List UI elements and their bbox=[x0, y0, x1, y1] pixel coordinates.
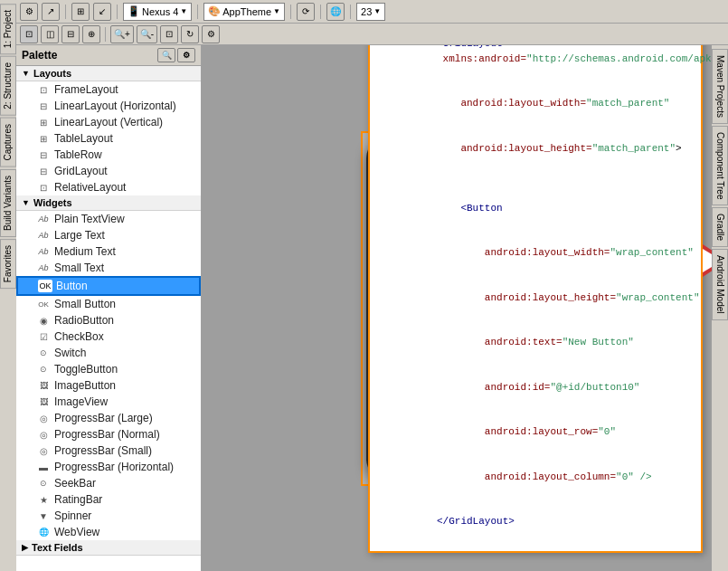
gridlayout-icon: ⊟ bbox=[36, 165, 51, 177]
api-dropdown[interactable]: 23 ▼ bbox=[356, 3, 385, 21]
item-tablelayout[interactable]: ⊞ TableLayout bbox=[16, 130, 201, 147]
item-medium-text-label: Medium Text bbox=[54, 245, 116, 258]
main-toolbar: ⚙ ↗ ⊞ ↙ 📱 Nexus 4 ▼ 🎨 AppTheme ▼ ⟳ 🌐 23 … bbox=[16, 0, 728, 24]
palette-search-btn[interactable]: 🔍 bbox=[157, 48, 175, 62]
item-progressbar-normal[interactable]: ◎ ProgressBar (Normal) bbox=[16, 426, 201, 443]
right-tab-android-model[interactable]: Android Model bbox=[712, 249, 728, 319]
left-tab-structure[interactable]: 2: Structure bbox=[0, 56, 16, 116]
item-plain-textview[interactable]: Ab Plain TextView bbox=[16, 211, 201, 227]
palette-settings-btn[interactable]: ⚙ bbox=[177, 48, 195, 62]
layout-btn[interactable]: ⊞ bbox=[71, 3, 90, 21]
item-linearlayout-h[interactable]: ⊟ LinearLayout (Horizontal) bbox=[16, 98, 201, 114]
item-ratingbar[interactable]: ★ RatingBar bbox=[16, 491, 201, 508]
xml-attr-xmlns: xmlns:android= bbox=[437, 53, 526, 64]
item-small-button[interactable]: OK Small Button bbox=[16, 296, 201, 312]
xml-panel: <?xml version="1.0" encoding="utf-8"?> <… bbox=[368, 45, 703, 553]
left-tab-favorites[interactable]: Favorites bbox=[0, 239, 16, 289]
item-relativelayout-label: RelativeLayout bbox=[54, 181, 126, 194]
item-progressbar-small-label: ProgressBar (Small) bbox=[54, 444, 152, 457]
item-radiobutton[interactable]: ◉ RadioButton bbox=[16, 312, 201, 328]
item-progressbar-horizontal[interactable]: ▬ ProgressBar (Horizontal) bbox=[16, 459, 201, 475]
item-tablerow[interactable]: ⊟ TableRow bbox=[16, 147, 201, 163]
xml-arrow-inner bbox=[703, 249, 712, 272]
rotate-btn[interactable]: ⟳ bbox=[297, 3, 315, 21]
xml-value-layout-row: "0" bbox=[598, 426, 616, 437]
item-linearlayout-v-label: LinearLayout (Vertical) bbox=[54, 116, 163, 128]
xml-gt-1: > bbox=[676, 143, 682, 154]
right-tab-maven[interactable]: Maven Projects bbox=[712, 49, 728, 124]
item-webview[interactable]: 🌐 WebView bbox=[16, 524, 201, 540]
palette-header: Palette 🔍 ⚙ bbox=[16, 45, 201, 66]
xml-value-btn-height: "wrap_content" bbox=[616, 292, 699, 303]
xml-line-9: android:text="New Button" bbox=[377, 320, 694, 366]
view-xml-btn[interactable]: ⊟ bbox=[61, 25, 80, 43]
secondary-toolbar: ⊡ ◫ ⊟ ⊕ 🔍+ 🔍- ⊡ ↻ ⚙ bbox=[16, 24, 728, 45]
shrink-btn[interactable]: ↙ bbox=[93, 3, 111, 21]
item-medium-text[interactable]: Ab Medium Text bbox=[16, 243, 201, 260]
more-btn[interactable]: ⚙ bbox=[202, 25, 220, 43]
zoom-in-btn[interactable]: 🔍+ bbox=[110, 25, 134, 43]
xml-indent-9 bbox=[437, 471, 485, 482]
xml-attr-layout-row: android:layout_row= bbox=[485, 426, 598, 437]
view-design-btn[interactable]: ⊡ bbox=[20, 25, 38, 43]
section-text-fields[interactable]: ▶ Text Fields bbox=[16, 540, 201, 556]
item-linearlayout-v[interactable]: ⊞ LinearLayout (Vertical) bbox=[16, 114, 201, 130]
xml-indent-6 bbox=[437, 337, 485, 347]
left-tab-build-variants[interactable]: Build Variants bbox=[0, 169, 16, 237]
zoom-out-btn[interactable]: 🔍- bbox=[137, 25, 157, 43]
xml-value-btn-width: "wrap_content" bbox=[610, 247, 693, 258]
item-progressbar-small[interactable]: ◎ ProgressBar (Small) bbox=[16, 443, 201, 459]
item-progressbar-horizontal-label: ProgressBar (Horizontal) bbox=[54, 461, 174, 473]
settings-btn[interactable]: ⚙ bbox=[20, 3, 38, 21]
small-text-icon: Ab bbox=[36, 262, 51, 274]
theme-icon: 🎨 bbox=[208, 5, 221, 17]
item-spinner[interactable]: ▼ Spinner bbox=[16, 508, 201, 524]
right-tab-component-tree[interactable]: Component Tree bbox=[712, 126, 728, 206]
item-relativelayout[interactable]: ⊡ RelativeLayout bbox=[16, 179, 201, 195]
tablerow-icon: ⊟ bbox=[36, 148, 51, 161]
item-seekbar[interactable]: ⊙ SeekBar bbox=[16, 475, 201, 491]
item-checkbox[interactable]: ☑ CheckBox bbox=[16, 328, 201, 345]
view-split-btn[interactable]: ◫ bbox=[41, 25, 59, 43]
webview-icon: 🌐 bbox=[36, 526, 51, 538]
expand-btn[interactable]: ↗ bbox=[42, 3, 60, 21]
xml-line-7: android:layout_width="wrap_content" bbox=[377, 231, 694, 276]
item-framelayout[interactable]: ⊡ FrameLayout bbox=[16, 81, 201, 98]
left-tab-captures[interactable]: Captures bbox=[0, 118, 16, 167]
item-togglebutton[interactable]: ⊙ ToggleButton bbox=[16, 361, 201, 377]
globe-btn[interactable]: 🌐 bbox=[326, 3, 345, 21]
item-imageview[interactable]: 🖼 ImageView bbox=[16, 394, 201, 410]
left-tab-project[interactable]: 1: Project bbox=[0, 4, 16, 54]
sep2 bbox=[117, 5, 118, 19]
item-progressbar-large[interactable]: ◎ ProgressBar (Large) bbox=[16, 410, 201, 426]
item-switch[interactable]: ⊙ Switch bbox=[16, 345, 201, 361]
item-large-text[interactable]: Ab Large Text bbox=[16, 227, 201, 243]
zoom-fit-btn[interactable]: ⊡ bbox=[160, 25, 178, 43]
item-small-text[interactable]: Ab Small Text bbox=[16, 260, 201, 276]
item-gridlayout[interactable]: ⊟ GridLayout bbox=[16, 163, 201, 179]
xml-tag-gridlayout-open: <GridLayout bbox=[437, 45, 503, 49]
refresh-btn[interactable]: ↻ bbox=[181, 25, 199, 43]
nexus-dropdown[interactable]: 📱 Nexus 4 ▼ bbox=[123, 3, 192, 21]
xml-indent-3 bbox=[437, 203, 460, 214]
theme-dropdown[interactable]: 🎨 AppTheme ▼ bbox=[203, 3, 285, 21]
button-icon: OK bbox=[38, 280, 52, 292]
item-small-text-label: Small Text bbox=[54, 262, 104, 274]
view-options-btn[interactable]: ⊕ bbox=[82, 25, 100, 43]
linearlayout-v-icon: ⊞ bbox=[36, 116, 51, 128]
item-imagebutton[interactable]: 🖼 ImageButton bbox=[16, 377, 201, 394]
section-layouts[interactable]: ▼ Layouts bbox=[16, 66, 201, 81]
framelayout-icon: ⊡ bbox=[36, 83, 51, 96]
xml-line-10: android:id="@+id/button10" bbox=[377, 365, 694, 410]
item-button[interactable]: OK Button bbox=[16, 276, 201, 296]
progressbar-horizontal-icon: ▬ bbox=[36, 461, 51, 473]
right-tab-gradle[interactable]: Gradle bbox=[712, 207, 728, 247]
section-widgets[interactable]: ▼ Widgets bbox=[16, 195, 201, 211]
xml-indent-7 bbox=[437, 382, 485, 393]
sep5 bbox=[320, 5, 321, 19]
xml-line-8: android:layout_height="wrap_content" bbox=[377, 275, 694, 320]
item-framelayout-label: FrameLayout bbox=[54, 83, 118, 96]
xml-line-6: <Button bbox=[377, 186, 694, 231]
sep4 bbox=[290, 5, 291, 19]
xml-value-layout-width: "match_parent" bbox=[586, 98, 669, 109]
